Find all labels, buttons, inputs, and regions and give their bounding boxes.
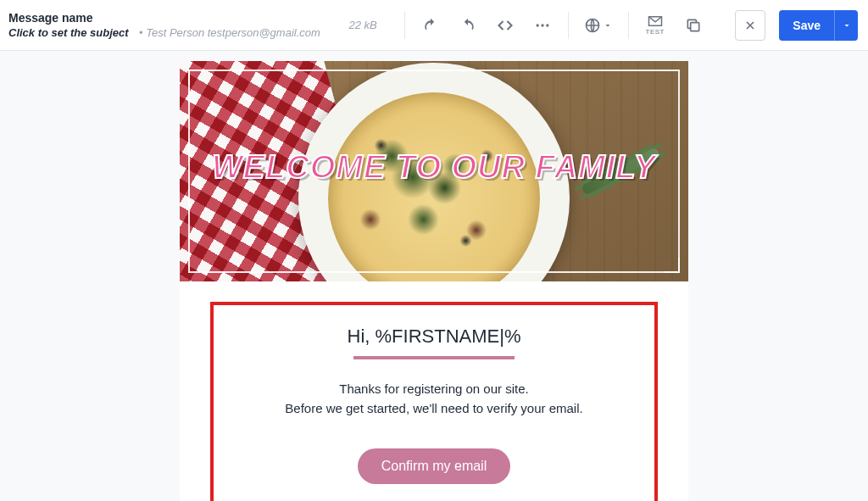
confirm-email-button[interactable]: Confirm my email xyxy=(358,448,510,484)
toolbar-divider xyxy=(404,12,405,39)
redo-icon xyxy=(459,17,476,34)
message-meta: Message name Click to set the subject Te… xyxy=(8,11,322,40)
more-button[interactable] xyxy=(527,10,558,41)
save-group: Save xyxy=(779,10,858,41)
svg-point-1 xyxy=(541,24,543,26)
undo-icon xyxy=(422,17,439,34)
sender-info: Test Person testperson@gmail.com xyxy=(139,26,320,39)
redo-button[interactable] xyxy=(453,10,483,41)
code-icon xyxy=(497,17,514,34)
hero-image[interactable]: WELCOME TO OUR FAMILY xyxy=(180,61,688,281)
content-block[interactable]: Hi, %FIRSTNAME|% Thanks for registering … xyxy=(210,302,658,501)
undo-button[interactable] xyxy=(415,10,446,41)
editor-canvas[interactable]: WELCOME TO OUR FAMILY Hi, %FIRSTNAME|% T… xyxy=(0,51,868,501)
accent-divider xyxy=(353,356,515,359)
language-dropdown[interactable] xyxy=(579,17,618,34)
test-label: TEST xyxy=(646,28,665,36)
close-button[interactable] xyxy=(735,10,765,41)
editor-toolbar: Message name Click to set the subject Te… xyxy=(0,0,868,51)
save-dropdown[interactable] xyxy=(834,10,858,41)
more-icon xyxy=(534,17,551,34)
copy-button[interactable] xyxy=(678,10,709,41)
file-size: 22 kB xyxy=(349,19,377,31)
close-icon xyxy=(743,19,757,32)
svg-point-0 xyxy=(536,24,538,26)
save-button[interactable]: Save xyxy=(779,10,834,41)
body-line-1: Thanks for registering on our site. xyxy=(231,380,637,399)
greeting-text: Hi, %FIRSTNAME|% xyxy=(231,326,637,348)
chevron-down-icon xyxy=(842,20,852,31)
chevron-down-icon xyxy=(603,20,613,31)
svg-point-2 xyxy=(546,24,548,26)
toolbar-divider xyxy=(628,12,629,39)
body-line-2: Before we get started, we'll need to ver… xyxy=(231,399,637,419)
message-name[interactable]: Message name xyxy=(8,11,322,25)
hero-headline: WELCOME TO OUR FAMILY xyxy=(212,148,656,185)
email-body[interactable]: WELCOME TO OUR FAMILY Hi, %FIRSTNAME|% T… xyxy=(180,61,688,501)
test-button[interactable]: TEST xyxy=(639,9,671,42)
toolbar-divider xyxy=(568,12,569,39)
subject-placeholder[interactable]: Click to set the subject xyxy=(8,26,129,39)
svg-rect-4 xyxy=(690,22,698,31)
copy-icon xyxy=(685,17,702,34)
globe-icon xyxy=(584,17,601,34)
code-button[interactable] xyxy=(490,10,520,41)
envelope-icon xyxy=(648,15,663,27)
